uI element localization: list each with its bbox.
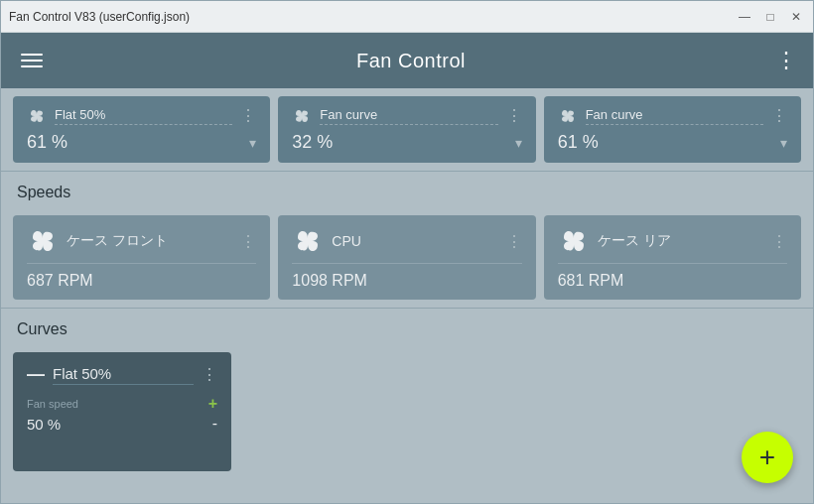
fan-svg-lg bbox=[293, 226, 323, 256]
speed-card-0-menu[interactable]: ⋮ bbox=[240, 232, 256, 251]
speed-card-2-rpm: 681 RPM bbox=[558, 272, 624, 289]
top-card-1-menu[interactable]: ⋮ bbox=[506, 108, 522, 124]
more-options-button[interactable]: ⋮ bbox=[775, 50, 797, 71]
fan-svg-lg bbox=[28, 226, 58, 256]
fan-icon bbox=[27, 106, 47, 126]
top-card-0-label: Flat 50% bbox=[55, 107, 232, 125]
top-card-1-arrow[interactable]: ▾ bbox=[515, 135, 522, 151]
top-card-0: Flat 50% ⋮ 61 % ▾ bbox=[13, 96, 270, 163]
fan-svg-lg bbox=[559, 226, 589, 256]
curve-card-title: Flat 50% bbox=[53, 365, 194, 385]
fan-icon bbox=[292, 106, 312, 126]
speed-card-0-top: ケース フロント ⋮ bbox=[27, 225, 256, 264]
speed-card-1-label: CPU bbox=[332, 233, 497, 249]
add-fab-button[interactable]: + bbox=[742, 432, 793, 483]
app-window: Fan Control V83 (userConfig.json) — □ ✕ … bbox=[0, 0, 814, 504]
speeds-section-header: Speeds bbox=[1, 171, 813, 207]
top-cards-row: Flat 50% ⋮ 61 % ▾ Fan curve ⋮ 32 % bbox=[1, 88, 813, 171]
curves-section-header: Curves bbox=[1, 308, 813, 344]
speed-card-0: ケース フロント ⋮ 687 RPM bbox=[13, 215, 270, 300]
top-card-2-top: Fan curve ⋮ bbox=[558, 106, 787, 126]
top-card-0-menu[interactable]: ⋮ bbox=[240, 108, 256, 124]
window-title: Fan Control V83 (userConfig.json) bbox=[9, 10, 736, 24]
fan-speed-row: Fan speed + bbox=[27, 395, 217, 413]
top-card-2-arrow[interactable]: ▾ bbox=[780, 135, 787, 151]
speed-card-2-menu[interactable]: ⋮ bbox=[771, 232, 787, 251]
speed-cards-row: ケース フロント ⋮ 687 RPM CPU ⋮ 1098 RPM bbox=[1, 207, 813, 308]
fan-speed-label: Fan speed bbox=[27, 398, 78, 410]
main-content: Flat 50% ⋮ 61 % ▾ Fan curve ⋮ 32 % bbox=[1, 88, 813, 503]
top-card-0-value: 61 % bbox=[27, 132, 68, 153]
maximize-button[interactable]: □ bbox=[761, 8, 779, 26]
top-card-0-dropdown: 61 % ▾ bbox=[27, 132, 256, 153]
curve-card-top: — Flat 50% ⋮ bbox=[27, 364, 217, 385]
fan-speed-value-row: 50 % - bbox=[27, 415, 217, 433]
curve-card-menu[interactable]: ⋮ bbox=[202, 365, 217, 384]
top-card-1-top: Fan curve ⋮ bbox=[292, 106, 521, 126]
minimize-button[interactable]: — bbox=[736, 8, 753, 26]
fan-svg bbox=[293, 107, 311, 125]
top-card-0-top: Flat 50% ⋮ bbox=[27, 106, 256, 126]
curve-card: — Flat 50% ⋮ Fan speed + 50 % - bbox=[13, 352, 231, 471]
fan-icon-lg bbox=[292, 225, 324, 257]
fan-svg bbox=[28, 107, 46, 125]
fan-icon-lg bbox=[558, 225, 590, 257]
top-card-2-label: Fan curve bbox=[586, 107, 763, 125]
speed-card-2-label: ケース リア bbox=[598, 232, 763, 250]
top-card-1: Fan curve ⋮ 32 % ▾ bbox=[278, 96, 535, 163]
top-card-2: Fan curve ⋮ 61 % ▾ bbox=[544, 96, 801, 163]
top-card-2-menu[interactable]: ⋮ bbox=[771, 108, 787, 124]
top-card-1-value: 32 % bbox=[292, 132, 333, 153]
speed-card-2: ケース リア ⋮ 681 RPM bbox=[544, 215, 801, 300]
speed-card-1-top: CPU ⋮ bbox=[292, 225, 521, 264]
hamburger-line-3 bbox=[21, 65, 43, 67]
app-header: Fan Control ⋮ bbox=[1, 33, 813, 88]
speed-card-2-top: ケース リア ⋮ bbox=[558, 225, 787, 264]
fan-svg bbox=[559, 107, 577, 125]
fan-icon bbox=[558, 106, 578, 126]
menu-button[interactable] bbox=[17, 50, 47, 71]
fan-speed-value: 50 % bbox=[27, 416, 61, 433]
fan-speed-plus[interactable]: + bbox=[208, 395, 217, 413]
speed-card-1-menu[interactable]: ⋮ bbox=[506, 232, 522, 251]
top-card-1-label: Fan curve bbox=[320, 107, 497, 125]
curves-content: — Flat 50% ⋮ Fan speed + 50 % - bbox=[1, 344, 813, 503]
top-card-2-value: 61 % bbox=[558, 132, 599, 153]
fan-speed-minus[interactable]: - bbox=[212, 415, 217, 433]
speed-card-0-rpm: 687 RPM bbox=[27, 272, 93, 289]
window-controls: — □ ✕ bbox=[736, 8, 805, 26]
collapse-button[interactable]: — bbox=[27, 364, 45, 385]
top-card-0-arrow[interactable]: ▾ bbox=[249, 135, 256, 151]
speed-card-1: CPU ⋮ 1098 RPM bbox=[278, 215, 535, 300]
hamburger-line-1 bbox=[21, 54, 43, 56]
hamburger-line-2 bbox=[21, 60, 43, 62]
top-card-1-dropdown: 32 % ▾ bbox=[292, 132, 521, 153]
fan-icon-lg bbox=[27, 225, 59, 257]
close-button[interactable]: ✕ bbox=[787, 8, 805, 26]
app-title: Fan Control bbox=[47, 50, 775, 72]
top-card-2-dropdown: 61 % ▾ bbox=[558, 132, 787, 153]
speed-card-0-label: ケース フロント bbox=[67, 232, 232, 250]
speed-card-1-rpm: 1098 RPM bbox=[292, 272, 367, 289]
title-bar: Fan Control V83 (userConfig.json) — □ ✕ bbox=[1, 1, 813, 33]
